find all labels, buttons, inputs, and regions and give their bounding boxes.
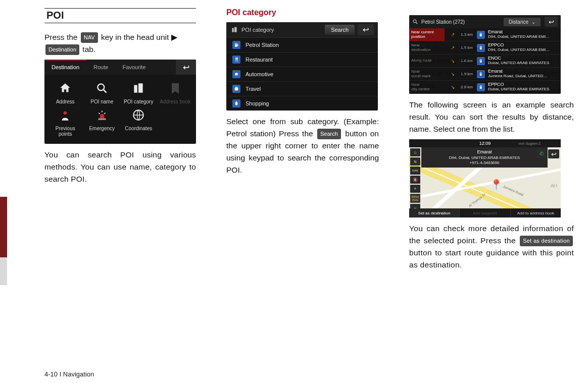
menu-coordinates[interactable]: Coordinates [122, 107, 156, 137]
label: Coordinates [125, 126, 152, 131]
fuel-icon [477, 31, 485, 39]
result-row[interactable]: ↘1.6 kmENOCDubai, UNITED ARAB EMIRATES [445, 54, 561, 68]
screenshot-map-detail: Jumeira Road Al Thanya St Al I 12:09mm S… [409, 139, 561, 217]
shopping-icon [232, 99, 240, 107]
screenshot-search-results: Petrol Station (272) Distance⌄ ↩ Near cu… [409, 15, 561, 94]
distance: 1.6 km [461, 59, 474, 63]
back-button[interactable]: ↩ [545, 17, 558, 27]
label: Distance [509, 19, 528, 25]
call-button[interactable]: ✆ [536, 149, 547, 157]
svg-point-4 [413, 20, 416, 23]
section-rail [0, 0, 7, 383]
map-pin-icon: 📍 [490, 179, 503, 191]
menu-emergency[interactable]: Emergency [85, 107, 119, 137]
nav-key: NAV [81, 32, 98, 43]
menu-address[interactable]: Address [48, 81, 82, 104]
distance: 1.3 km [461, 32, 474, 37]
chevron-down-icon: ⌄ [531, 19, 535, 25]
label: Travel [246, 86, 261, 92]
side-near-scroll[interactable]: Nearscroll mark [409, 68, 445, 81]
search-button[interactable]: Search [325, 25, 355, 35]
tab-destination[interactable]: Destination [44, 60, 86, 75]
poi-phone: +971-4-3483690 [424, 160, 545, 166]
side-near-city[interactable]: Nearcity centre [409, 81, 445, 94]
restaurant-icon [232, 56, 240, 64]
category-row-automotive[interactable]: Automotive [226, 67, 378, 81]
result-row[interactable]: ↘1.9 kmEmaratJumeira Road, Dubai, UNITED… [445, 68, 561, 81]
side-along-route[interactable]: Along route [409, 54, 445, 68]
back-button[interactable]: ↩ [548, 149, 559, 158]
result-row[interactable]: ↘2.8 kmEPPCODubai, UNITED ARAB EMIRATES [445, 81, 561, 94]
label: Petrol Station [246, 42, 279, 48]
label: POI category [124, 99, 153, 104]
menu-poi-category[interactable]: POI category [122, 81, 156, 104]
intro-paragraph-1: Press the NAV key in the head unit ▶ Des… [44, 31, 196, 56]
home-icon[interactable]: ⌂ [410, 148, 420, 156]
fuel-icon [477, 83, 485, 91]
zoom-in-button[interactable]: + [410, 185, 420, 193]
side-near-current[interactable]: Near currentposition [409, 28, 445, 41]
tab-route[interactable]: Route [86, 60, 115, 75]
col3-paragraph-1: The following screen is an example searc… [409, 99, 574, 135]
back-button[interactable]: ↩ [358, 24, 374, 35]
scale-indicator: 200mAuto [410, 194, 420, 203]
search-icon [412, 19, 419, 25]
category-row-shopping[interactable]: Shopping [226, 96, 378, 111]
sort-dropdown[interactable]: Distance⌄ [504, 18, 541, 26]
side-near-destination[interactable]: Neardestination [409, 41, 445, 54]
result-row[interactable]: ↗1.5 kmEPPCOD94, Dubai, UNITED ARAB EMI… [445, 41, 561, 54]
label: Address book [160, 99, 190, 104]
back-button[interactable]: ↩ [176, 60, 196, 75]
label: Automotive [246, 71, 273, 77]
distance: 1.5 km [461, 45, 474, 50]
menu-poi-name[interactable]: POI name [85, 81, 119, 104]
section-title: POI [44, 10, 196, 23]
emergency-icon [94, 107, 110, 123]
search-key: Search [317, 129, 341, 139]
distance: 2.8 km [461, 85, 474, 89]
direction-icon: ↘ [448, 58, 458, 64]
clock: 12:09 [479, 141, 491, 146]
set-destination-key: Set as destination [520, 236, 573, 246]
distance: 1.9 km [461, 72, 474, 76]
category-row-travel[interactable]: Travel [226, 81, 378, 96]
history-icon [58, 107, 73, 123]
building-icon [230, 26, 238, 33]
label: Address [56, 99, 75, 104]
add-waypoint-button[interactable]: Add waypoint [459, 208, 510, 217]
header-label: POI category [241, 27, 274, 33]
menu-address-book[interactable]: Address book [159, 81, 192, 104]
area-label: mm Sugeim 2 [519, 142, 541, 145]
poi-info-banner: Emarat D94, Dubai, UNITED ARAB EMIRATES … [421, 147, 548, 168]
label: Restaurant [246, 57, 273, 63]
label: Emergency [89, 126, 115, 131]
result-text: EmaratJumeira Road, Dubai, UNITED… [488, 69, 558, 79]
arrow-icon: ▶ [171, 33, 177, 41]
tab-favourite[interactable]: Favourite [115, 60, 153, 75]
category-row-petrol[interactable]: Petrol Station [226, 37, 378, 52]
label: Shopping [246, 100, 269, 106]
result-text: EPPCOD94, Dubai, UNITED ARAB EMI… [488, 43, 558, 52]
result-row[interactable]: ↗1.3 kmEmaratD94, Dubai, UNITED ARAB EMI… [445, 28, 561, 41]
poi-category-title: POI category [226, 8, 379, 17]
result-text: EmaratD94, Dubai, UNITED ARAB EMI… [488, 30, 558, 39]
nav-icon[interactable]: NAV [410, 167, 420, 175]
menu-previous-points[interactable]: Previous points [48, 107, 82, 137]
intro-paragraph-2: You can search POI using various methods… [44, 149, 196, 185]
mute-icon[interactable]: 🔇 [410, 176, 420, 184]
screenshot-poi-category: POI category Search ↩ Petrol Station Res… [226, 22, 378, 111]
direction-icon: ↘ [448, 84, 458, 90]
add-addressbook-button[interactable]: Add to address book [510, 208, 561, 217]
direction-icon: ↗ [448, 45, 458, 50]
fuel-icon [477, 70, 485, 78]
page-footer: 4-10 I Navigation [44, 350, 574, 378]
category-row-restaurant[interactable]: Restaurant [226, 52, 378, 67]
search-icon [94, 81, 110, 96]
globe-icon [131, 107, 146, 123]
direction-icon: ↘ [448, 71, 458, 77]
direction-icon: ↗ [448, 32, 458, 37]
compass-icon[interactable]: N [410, 157, 420, 166]
set-destination-button[interactable]: Set as destination [409, 208, 459, 217]
building-icon [131, 81, 146, 96]
screenshot-destination-menu: Destination Route Favourite ↩ Address PO… [44, 60, 196, 144]
